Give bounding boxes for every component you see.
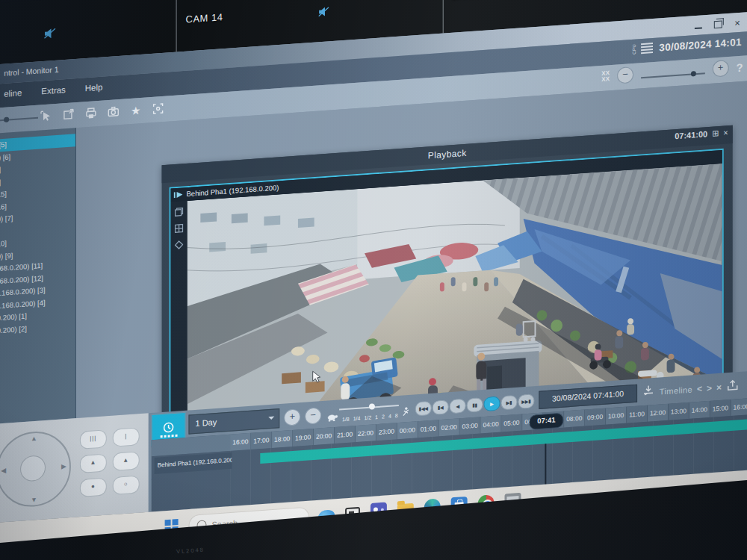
zoom-out-button[interactable]: − — [617, 66, 633, 84]
tile-divider — [443, 0, 444, 34]
ptz-buttons: ||||▲▲●○ — [80, 427, 143, 497]
snapshot-camera-icon[interactable] — [105, 103, 122, 121]
timeline-hour: 14:00 — [689, 401, 710, 419]
transport-controls: ▮◀◀▮◀◀▮▮▶▶▮▶▶▮ — [415, 393, 535, 416]
export-image-icon[interactable] — [61, 106, 77, 124]
timeline-hour: 13:00 — [669, 402, 689, 420]
print-icon[interactable] — [83, 105, 99, 122]
speed-control[interactable]: 1/8 1/4 1/2 1 2 4 8 — [326, 399, 411, 425]
ptz-button[interactable]: ▲ — [80, 453, 107, 473]
ptz-button[interactable]: ▲ — [113, 451, 140, 471]
app-title: ntrol - Monitor 1 — [4, 65, 58, 78]
timeline-hour: 11:00 — [627, 405, 648, 423]
zoom-in-button[interactable]: + — [713, 60, 729, 78]
sequence-frame-icon[interactable] — [150, 100, 167, 118]
timeline-hour: 12:00 — [648, 404, 669, 422]
timeline-hour: 15:00 — [710, 399, 731, 417]
ptz-button[interactable]: ● — [80, 477, 107, 497]
timeline-hour: 03:00 — [460, 417, 481, 435]
timeline-hour: 21:00 — [335, 426, 356, 444]
speed-slider-thumb[interactable] — [369, 403, 375, 410]
audio-muted-icon — [44, 28, 56, 42]
step-back-button[interactable]: ▮◀ — [433, 399, 449, 415]
cpu-meter-icon: CPU — [629, 41, 653, 56]
timeline-hour: 10:00 — [606, 407, 627, 425]
ptz-button[interactable]: | — [113, 427, 140, 447]
ptz-button[interactable]: ○ — [113, 475, 140, 495]
timeline-hour: 22:00 — [356, 424, 376, 442]
timeline-hour: 16:00 — [230, 433, 251, 451]
timeline-hour: 20:00 — [314, 427, 335, 445]
runner-fast-icon — [402, 405, 409, 420]
playback-close-icon[interactable]: × — [723, 128, 728, 137]
playhead-line[interactable] — [545, 444, 546, 484]
split-view-icon[interactable] — [175, 223, 184, 233]
timeline-hour: 23:00 — [376, 423, 397, 441]
audio-muted-icon — [318, 5, 329, 19]
close-all-cameos-icon[interactable]: XXXX — [601, 70, 610, 83]
pane-size-slider[interactable] — [0, 117, 38, 122]
menu-bar: elineExtrasHelp — [4, 83, 102, 99]
timeline-hour: 09:00 — [585, 408, 606, 426]
timeline-hour: 08:00 — [564, 410, 585, 428]
menu-item[interactable]: eline — [4, 88, 22, 99]
play-backward-button[interactable]: ◀ — [450, 398, 466, 414]
jump-end-button[interactable]: ▶▶▮ — [518, 393, 534, 409]
favorites-star-icon[interactable]: ★ — [128, 102, 144, 119]
timeline-next-icon[interactable]: > — [707, 383, 712, 394]
timeline-hour: 04:00 — [481, 415, 502, 433]
ptz-button[interactable]: ||| — [80, 429, 107, 449]
jump-start-button[interactable]: ▮◀◀ — [415, 400, 432, 416]
time-range-select[interactable]: 1 Day — [189, 408, 280, 435]
timeline-panel-label: Timeline — [660, 385, 692, 396]
stream-quality-icon[interactable] — [175, 240, 184, 250]
restore-button[interactable] — [714, 20, 722, 28]
step-forward-button[interactable]: ▶▮ — [500, 394, 517, 410]
ptz-control-panel: ▲▼ ◀▶ ||||▲▲●○ — [0, 413, 149, 526]
play-button[interactable]: ▶ — [483, 396, 500, 411]
close-button[interactable]: × — [734, 17, 740, 28]
zoom-slider[interactable] — [641, 72, 705, 78]
monitor-screen: CAM 14 CAM 15 ntrol - Monitor 1 × — [0, 0, 747, 560]
vms-application-window: ntrol - Monitor 1 × elineExtrasHelp CPU … — [0, 12, 747, 526]
timeline-hour: 01:00 — [418, 420, 439, 438]
ptz-joystick[interactable]: ▲▼ ◀▶ — [0, 429, 71, 509]
timeline-hour: 00:00 — [397, 421, 418, 439]
camera-tile-label: CAM 15 — [451, 0, 489, 2]
menu-item[interactable]: Extras — [41, 85, 66, 96]
import-clip-icon[interactable] — [642, 385, 655, 400]
camera-tree-sidebar: 92.168.0.200) [5]192.168.0.200) [6]168.0… — [0, 128, 76, 427]
camera-list: 92.168.0.200) [5]192.168.0.200) [6]168.0… — [0, 134, 75, 340]
system-datetime: 30/08/2024 14:01 — [659, 36, 741, 53]
export-clip-icon[interactable] — [726, 379, 740, 394]
timeline-hour: 17:00 — [251, 432, 272, 449]
timeline-hour: 02:00 — [439, 418, 460, 436]
menu-item[interactable]: Help — [85, 83, 103, 93]
timeline-prev-icon[interactable]: < — [697, 384, 702, 395]
timeline-hour: 16:00 — [731, 398, 747, 416]
timeline-hour: 18:00 — [272, 430, 293, 448]
turtle-slow-icon — [327, 411, 338, 425]
playback-datetime-field[interactable]: 30/08/2024 07:41:00 — [539, 385, 637, 409]
playing-state-icon — [174, 191, 183, 198]
copy-layers-icon[interactable] — [175, 207, 184, 217]
minimize-button[interactable] — [695, 27, 702, 29]
timeline-close-icon[interactable]: × — [716, 382, 722, 393]
main-area: 92.168.0.200) [5]192.168.0.200) [6]168.0… — [0, 81, 747, 427]
playhead-time-badge[interactable]: 07:41 — [529, 413, 563, 430]
timeline-hour: 05:00 — [502, 414, 523, 432]
camera-tile-label: CAM 14 — [186, 11, 223, 25]
range-zoom-in-button[interactable]: + — [284, 408, 300, 426]
timeline-hour: 19:00 — [293, 429, 314, 447]
layout-grid-icon[interactable]: ⊞ — [712, 129, 719, 138]
pause-button[interactable]: ▮▮ — [466, 397, 483, 413]
range-zoom-out-button[interactable]: − — [305, 407, 321, 425]
track-camera-label: Behind Pha1 (192.168.0.200) — [155, 452, 232, 474]
help-button[interactable]: ? — [737, 60, 743, 74]
select-tool-icon[interactable] — [38, 108, 55, 125]
photo-of-monitor: CAM 14 CAM 15 ntrol - Monitor 1 × — [0, 0, 747, 560]
tile-divider — [176, 0, 177, 52]
